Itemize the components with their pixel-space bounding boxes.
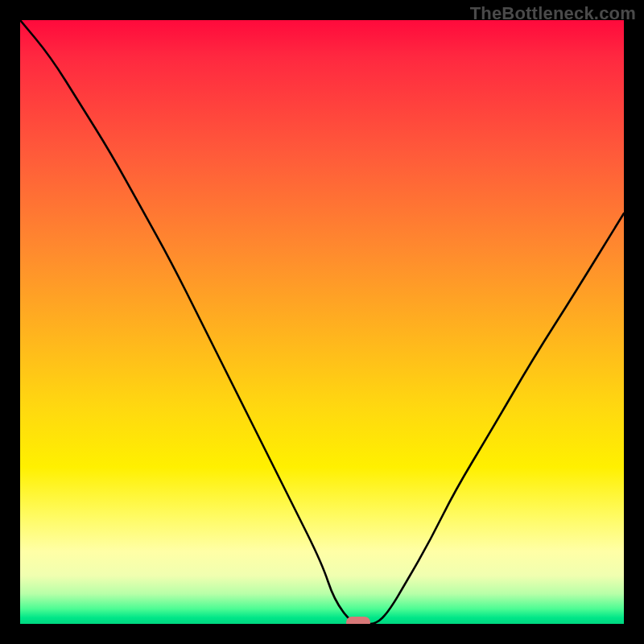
bottleneck-curve-path (20, 20, 624, 624)
optimal-marker (346, 617, 370, 624)
plot-area (20, 20, 624, 624)
chart-frame: TheBottleneck.com (0, 0, 644, 644)
curve-layer (20, 20, 624, 624)
watermark-text: TheBottleneck.com (470, 3, 636, 24)
